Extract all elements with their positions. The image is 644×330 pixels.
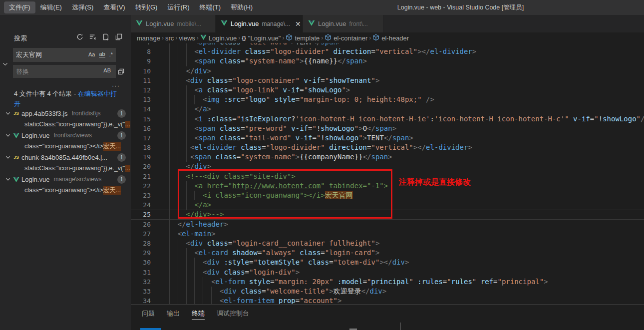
breadcrumb-item-3[interactable]: Login.vue — [200, 34, 237, 42]
editor-tab-1[interactable]: Login.vuemanage\...✕ — [216, 15, 303, 32]
code-token: span — [392, 134, 409, 142]
code-token: "welcome-title" — [266, 287, 329, 295]
breadcrumb-item-2[interactable]: views — [179, 34, 195, 42]
code-line-34[interactable]: 34<el-form-item prop="account"> — [131, 296, 644, 304]
code-token: "vertical" — [371, 143, 413, 151]
code-line-22[interactable]: 22<a href="http://www.hotent.com" tabind… — [131, 181, 644, 191]
workbench: 搜索 — [0, 15, 644, 330]
code-token: > — [291, 43, 295, 46]
menu-item-4[interactable]: 转到(G) — [130, 1, 163, 13]
clear-search-results-icon[interactable] — [89, 33, 97, 41]
code-editor[interactable]: 7<span class="tail-word">TENT</span>8<el… — [131, 43, 644, 304]
code-line-10[interactable]: 10</div> — [131, 66, 644, 76]
code-line-20[interactable]: 20</div> — [131, 162, 644, 171]
vue-file-icon — [12, 176, 20, 183]
code-line-29[interactable]: 29<el-card shadow="always" class="login-… — [131, 248, 644, 258]
code-token: "vertical" — [375, 47, 417, 55]
code-line-23[interactable]: 23<i class="icon-guanwang"></i>宏天官网 — [131, 191, 644, 200]
code-line-31[interactable]: 31<div class="login-div"> — [131, 268, 644, 277]
search-result-file[interactable]: Login.vuemanage\src\views1 — [0, 174, 131, 185]
more-actions-icon[interactable]: ··· — [112, 82, 120, 89]
code-line-17[interactable]: 17<span class="tail-word" v-if="!showLog… — [131, 133, 644, 143]
menu-item-5[interactable]: 运行(R) — [162, 1, 194, 13]
view-as-tree-icon[interactable] — [115, 33, 123, 41]
code-line-32[interactable]: 32<el-form style="margin: 20px" :model="… — [131, 277, 644, 287]
search-result-match[interactable]: staticClass:"icon-guanwang"}),e._v("... — [0, 119, 131, 130]
code-line-7[interactable]: 7<span class="tail-word">TENT</span> — [131, 43, 644, 47]
code-line-14[interactable]: 14</a> — [131, 104, 644, 114]
search-result-file[interactable]: JSchunk-8a4b085a.449fb0e4.j...1 — [0, 152, 131, 163]
search-sidebar: 搜索 — [0, 15, 131, 330]
code-line-30[interactable]: 30<div :style="totemStyle" class="totem-… — [131, 258, 644, 267]
code-line-28[interactable]: 28<div class="login-card__container full… — [131, 239, 644, 248]
code-token: class — [296, 249, 321, 257]
code-line-15[interactable]: 15<i :class="isIeExplorer?'icon-hotent-H… — [131, 114, 644, 124]
code-line-8[interactable]: 8<el-divider class="logo-divider" direct… — [131, 47, 644, 56]
close-icon[interactable]: ✕ — [295, 20, 301, 27]
code-line-33[interactable]: 33<div class="welcome-title">欢迎登录</div> — [131, 287, 644, 296]
chevron-down-icon[interactable] — [4, 133, 12, 138]
breadcrumb-item-7[interactable]: el-header — [372, 34, 409, 42]
whole-word-icon[interactable]: ab — [99, 51, 105, 57]
menu-item-7[interactable]: 帮助(H) — [226, 1, 258, 13]
code-line-19[interactable]: 19<span class="system-name">{{companyNam… — [131, 152, 644, 162]
breadcrumb-item-6[interactable]: el-container — [324, 34, 367, 42]
breadcrumb-item-5[interactable]: template — [286, 34, 320, 42]
refresh-icon[interactable] — [76, 33, 84, 41]
search-result-match[interactable]: class="icon-guanwang"></i>宏天... — [0, 185, 131, 196]
code-token: div — [194, 67, 207, 75]
panel-tab-0[interactable]: 问题 — [136, 305, 161, 323]
editor-tab-0[interactable]: Login.vuemobile\... — [131, 15, 216, 32]
match-case-icon[interactable]: Aa — [88, 51, 95, 57]
open-new-search-editor-icon[interactable] — [102, 33, 110, 41]
code-token: :rules — [413, 278, 443, 286]
code-line-13[interactable]: 13<img :src="logo" style="margin-top: 0;… — [131, 95, 644, 104]
search-result-match[interactable]: staticClass:"icon-guanwang"}),e._v("... — [0, 163, 131, 174]
code-token: ! — [599, 115, 603, 123]
chevron-down-icon[interactable] — [4, 177, 12, 182]
preserve-case-icon[interactable]: AB — [103, 67, 111, 73]
chevron-down-icon[interactable] — [4, 111, 12, 116]
breadcrumb-item-4[interactable]: {}"Login.vue" — [242, 34, 281, 42]
panel-tab-2[interactable]: 终端 — [186, 305, 211, 323]
code-line-24[interactable]: 24</a> — [131, 200, 644, 210]
code-token: principal — [371, 278, 409, 286]
code-line-12[interactable]: 12<a class="logo-link" v-if="showLogo"> — [131, 85, 644, 95]
chevron-down-icon[interactable] — [4, 155, 12, 160]
search-result-match[interactable]: class="icon-guanwang"></i>宏天... — [0, 141, 131, 152]
regex-icon[interactable]: .* — [109, 51, 113, 57]
result-file-name: chunk-8a4b085a.449fb0e4.j... — [21, 154, 107, 161]
search-result-file[interactable]: JSapp.4ab533f3.jsfront\dist\js1 — [0, 108, 131, 119]
replace-input[interactable] — [13, 65, 116, 78]
code-line-11[interactable]: 11<div class="logo-container" v-if="show… — [131, 76, 644, 85]
menu-item-6[interactable]: 终端(T) — [194, 1, 226, 13]
code-line-21[interactable]: 21<!--<div class="site-div"> — [131, 172, 644, 181]
search-result-file[interactable]: Login.vuefront\src\views1 — [0, 130, 131, 141]
code-line-25[interactable]: 25</div>--> — [131, 210, 644, 219]
menu-item-1[interactable]: 编辑(E) — [35, 1, 67, 13]
code-token: direction — [329, 47, 371, 55]
code-token: showLogo — [325, 134, 358, 142]
code-line-16[interactable]: 16<span class="pre-word" v-if="!showLogo… — [131, 124, 644, 133]
menu-item-0[interactable]: 文件(F) — [4, 1, 35, 13]
menu-item-2[interactable]: 选择(S) — [67, 1, 98, 13]
toggle-replace-icon[interactable] — [2, 60, 8, 69]
code-token: span — [375, 124, 392, 132]
code-line-26[interactable]: 26</el-header> — [131, 220, 644, 229]
panel-tab-3[interactable]: 调试控制台 — [211, 305, 255, 323]
editor-tab-2[interactable]: Login.vuefront\... — [303, 15, 383, 32]
breadcrumb-item-1[interactable]: src — [165, 34, 174, 42]
code-token: http://www.hotent.com — [232, 182, 321, 190]
code-line-9[interactable]: 9<span class="system-name">{{name}}</spa… — [131, 56, 644, 66]
tab-label: Login.vue — [146, 20, 174, 27]
breadcrumb-item-0[interactable]: manage — [137, 34, 160, 42]
line-number: 31 — [131, 268, 151, 277]
code-line-27[interactable]: 27<el-main> — [131, 229, 644, 239]
indent-guides — [161, 220, 178, 229]
panel-tab-1[interactable]: 输出 — [161, 305, 186, 323]
replace-all-icon[interactable] — [117, 67, 125, 75]
indent-guides — [161, 181, 194, 191]
menu-item-3[interactable]: 查看(V) — [98, 1, 130, 13]
indent-guides — [161, 56, 194, 66]
code-line-18[interactable]: 18<el-divider class="logo-divider" direc… — [131, 143, 644, 152]
